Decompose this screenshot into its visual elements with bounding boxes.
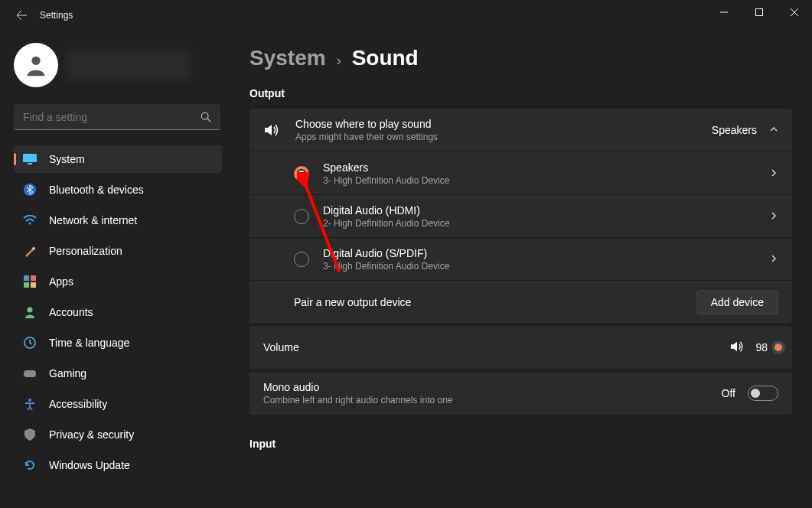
mono-title: Mono audio [263,381,722,393]
svg-rect-12 [24,282,29,288]
output-device-speakers[interactable]: Speakers 3- High Definition Audio Device [249,151,792,194]
output-choose-card: Choose where to play sound Apps might ha… [249,109,792,323]
update-icon [23,458,37,472]
minimize-button[interactable] [706,0,742,24]
svg-point-8 [29,223,31,225]
svg-point-14 [28,308,33,313]
arrow-left-icon [15,9,28,21]
breadcrumb: System › Sound [249,46,792,70]
search-icon [201,112,211,122]
svg-rect-1 [756,9,763,16]
svg-rect-10 [24,275,29,281]
sidebar: System Bluetooth & devices Network & int… [0,31,230,508]
svg-rect-6 [28,163,32,164]
nav-network[interactable]: Network & internet [14,207,222,234]
maximize-button[interactable] [742,0,777,24]
nav-time[interactable]: Time & language [14,329,222,357]
profile-section[interactable] [14,43,222,87]
svg-point-3 [201,112,208,119]
svg-rect-13 [31,282,36,288]
nav-label: Accounts [49,306,93,318]
minimize-icon [720,8,728,16]
search-field[interactable] [23,111,201,123]
nav-system[interactable]: System [14,145,222,173]
close-icon [791,8,798,16]
pair-output-row: Pair a new output device Add device [249,280,792,323]
person-icon [23,52,49,78]
volume-label: Volume [263,341,729,353]
nav-update[interactable]: Windows Update [14,451,222,479]
chevron-right-icon: › [337,53,341,69]
breadcrumb-parent[interactable]: System [249,46,326,70]
chevron-right-icon [769,168,778,180]
device-desc: 2- High Definition Audio Device [323,218,769,229]
svg-rect-11 [31,275,36,281]
output-device-hdmi[interactable]: Digital Audio (HDMI) 2- High Definition … [249,194,792,237]
nav-bluetooth[interactable]: Bluetooth & devices [14,176,222,204]
nav-accessibility[interactable]: Accessibility [14,390,222,418]
add-device-button[interactable]: Add device [696,290,778,314]
back-button[interactable] [14,8,29,23]
profile-name-redacted [67,50,190,80]
nav-label: Accessibility [49,398,107,410]
mono-toggle[interactable] [748,386,778,401]
accessibility-icon [23,397,37,411]
paintbrush-icon [23,244,37,258]
output-section-header: Output [249,87,792,99]
wifi-icon [23,213,37,227]
device-name: Digital Audio (HDMI) [323,204,769,217]
output-device-spdif[interactable]: Digital Audio (S/PDIF) 3- High Definitio… [249,237,792,280]
choose-output-row[interactable]: Choose where to play sound Apps might ha… [249,109,792,151]
nav-personalization[interactable]: Personalization [14,237,222,265]
close-button[interactable] [777,0,812,24]
svg-point-2 [31,57,40,65]
nav-label: Time & language [49,337,129,349]
svg-line-4 [207,119,210,122]
volume-card: Volume 98 [249,326,792,369]
nav-label: Privacy & security [49,428,134,441]
device-desc: 3- High Definition Audio Device [323,175,769,186]
toggle-state-label: Off [722,387,735,399]
search-input[interactable] [14,104,220,130]
choose-output-subtitle: Apps might have their own settings [295,132,712,142]
nav-label: Personalization [49,245,122,257]
slider-thumb[interactable] [771,340,785,354]
nav-gaming[interactable]: Gaming [14,360,222,387]
current-output-value: Speakers [712,124,757,136]
chevron-right-icon [769,210,778,223]
svg-rect-5 [23,154,37,162]
radio-selected[interactable] [294,166,309,181]
nav-label: Network & internet [49,214,137,226]
avatar [14,43,58,87]
chevron-right-icon [769,253,778,265]
mono-desc: Combine left and right audio channels in… [263,395,722,405]
speaker-icon [263,122,280,138]
main-content: System › Sound Output Choose where to pl… [230,31,812,508]
svg-point-9 [32,247,35,250]
accounts-icon [23,305,37,319]
radio-unselected[interactable] [294,252,309,267]
nav-apps[interactable]: Apps [14,268,222,295]
volume-row: Volume 98 [249,326,792,369]
mono-audio-card: Mono audio Combine left and right audio … [249,372,792,415]
nav-list: System Bluetooth & devices Network & int… [14,145,222,479]
window-title: Settings [40,10,73,21]
pair-label: Pair a new output device [294,296,696,308]
choose-output-title: Choose where to play sound [295,118,712,130]
nav-privacy[interactable]: Privacy & security [14,421,222,448]
nav-label: Gaming [49,367,86,379]
speaker-icon[interactable] [729,340,745,356]
bluetooth-icon [23,183,37,197]
nav-label: System [49,153,85,165]
shield-icon [23,428,37,441]
device-name: Digital Audio (S/PDIF) [323,247,769,259]
volume-value: 98 [755,341,768,353]
nav-label: Bluetooth & devices [49,184,144,196]
system-icon [23,152,37,166]
svg-rect-16 [24,370,36,377]
svg-point-17 [28,399,31,402]
clock-icon [23,336,37,350]
gaming-icon [23,366,37,380]
nav-accounts[interactable]: Accounts [14,298,222,326]
radio-unselected[interactable] [294,209,309,224]
